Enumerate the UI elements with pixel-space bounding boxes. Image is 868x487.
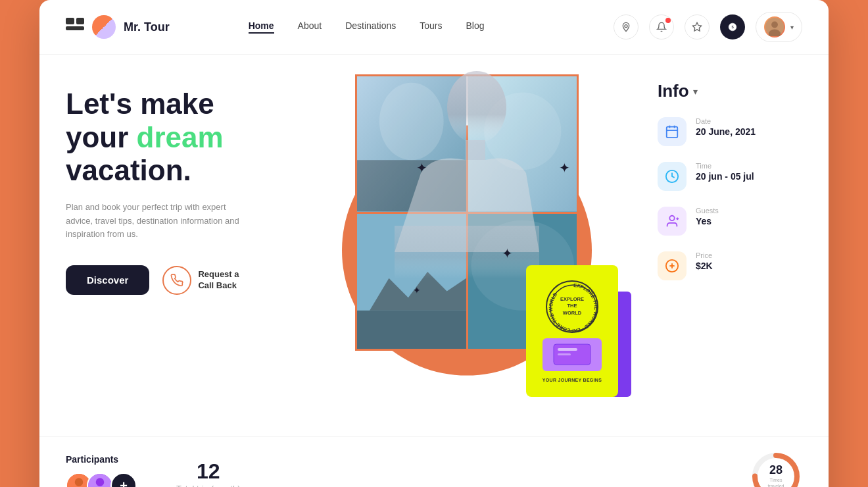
svg-rect-24 xyxy=(667,127,678,138)
notifications-button[interactable] xyxy=(649,14,674,39)
price-label: Price xyxy=(696,251,713,259)
date-label: Date xyxy=(696,117,756,125)
bottom-stats: Participants + xyxy=(39,436,829,487)
participants-label: Participants xyxy=(66,454,137,465)
time-icon xyxy=(658,162,687,191)
svg-rect-23 xyxy=(558,353,571,355)
sparkle-icon-2: ✦ xyxy=(416,160,427,176)
grid-icon xyxy=(66,18,84,36)
user-avatar xyxy=(764,16,785,38)
svg-rect-22 xyxy=(558,348,577,351)
date-info: Date 20 June, 2021 xyxy=(696,117,756,137)
info-date-item: Date 20 June, 2021 xyxy=(658,117,802,146)
nav-blog[interactable]: Blog xyxy=(466,20,484,34)
logo-text: Mr. Tour xyxy=(124,20,170,34)
svg-marker-1 xyxy=(692,22,701,31)
coin-button[interactable]: $ xyxy=(720,14,745,39)
browser-window: Mr. Tour Home About Destinations Tours B… xyxy=(39,0,829,487)
info-time-item: Time 20 jun - 05 jul xyxy=(658,162,802,191)
left-panel: Let's make your dream vacation. Plan and… xyxy=(66,74,276,417)
nav-tours[interactable]: Tours xyxy=(420,20,442,34)
price-value: $2K xyxy=(696,261,713,271)
nav-links: Home About Destinations Tours Blog xyxy=(249,20,485,34)
callback-text: Request a Call Back xyxy=(198,269,239,292)
sparkle-icon-3: ✦ xyxy=(502,245,513,261)
guests-value: Yes xyxy=(696,216,719,226)
user-menu[interactable]: ▾ xyxy=(756,12,802,42)
time-value: 20 jun - 05 jul xyxy=(696,171,754,182)
trip-number: 12 xyxy=(176,459,241,484)
participants-section: Participants + xyxy=(66,454,137,487)
navbar: Mr. Tour Home About Destinations Tours B… xyxy=(39,0,829,55)
location-button[interactable] xyxy=(614,14,639,39)
times-traveled-label: Times traveled xyxy=(763,477,789,487)
cta-buttons: Discover Request a Call Back xyxy=(66,265,276,295)
svg-point-5 xyxy=(771,22,778,28)
svg-point-37 xyxy=(96,478,105,486)
explore-bottom-text: YOUR JOURNEY BEGINS xyxy=(542,378,602,382)
info-title: Info xyxy=(658,81,689,101)
date-value: 20 June, 2021 xyxy=(696,126,756,137)
info-chevron-icon[interactable]: ▾ xyxy=(693,86,698,97)
discover-button[interactable]: Discover xyxy=(66,265,149,295)
trip-stat: 12 Total trip (month) xyxy=(176,459,241,487)
date-icon xyxy=(658,117,687,146)
phone-icon xyxy=(162,266,191,295)
hero-description: Plan and book your perfect trip with exp… xyxy=(66,201,250,242)
time-label: Time xyxy=(696,162,754,170)
trip-label: Total trip (month) xyxy=(176,484,241,487)
explore-card: EXPLORE THE WORLD · EXPLORE THE WORLD · … xyxy=(526,265,618,397)
participant-avatar-2 xyxy=(87,473,113,487)
info-price-item: Price $2K xyxy=(658,251,802,280)
chevron-down-icon: ▾ xyxy=(790,24,794,31)
logo-area: Mr. Tour xyxy=(66,15,170,39)
svg-rect-19 xyxy=(395,226,539,278)
callback-button[interactable]: Request a Call Back xyxy=(162,266,239,295)
nav-about[interactable]: About xyxy=(298,20,322,34)
times-traveled-number: 28 xyxy=(763,463,789,477)
price-info: Price $2K xyxy=(696,251,713,271)
price-icon xyxy=(658,251,687,280)
guests-label: Guests xyxy=(696,207,719,215)
participant-avatars: + xyxy=(66,473,137,487)
explore-ticket xyxy=(542,338,602,371)
guests-icon xyxy=(658,207,687,236)
svg-point-29 xyxy=(669,216,674,220)
donut-center: 28 Times traveled xyxy=(763,463,789,487)
sparkle-icon-4: ✦ xyxy=(413,285,421,295)
add-participant-button[interactable]: + xyxy=(110,473,137,487)
explore-circle: EXPLORE THE WORLD · EXPLORE THE WORLD · … xyxy=(546,280,598,333)
guests-info: Guests Yes xyxy=(696,207,719,226)
svg-point-34 xyxy=(75,478,84,486)
info-header: Info ▾ xyxy=(658,81,802,101)
hero-title: Let's make your dream vacation. xyxy=(66,88,276,188)
nav-home[interactable]: Home xyxy=(249,20,274,34)
nav-destinations[interactable]: Destinations xyxy=(345,20,396,34)
time-info: Time 20 jun - 05 jul xyxy=(696,162,754,182)
right-panel: Info ▾ Date 20 June, 2021 xyxy=(658,74,802,417)
nav-right: $ ▾ xyxy=(614,12,802,42)
svg-point-17 xyxy=(447,71,506,143)
main-content: Let's make your dream vacation. Plan and… xyxy=(39,55,829,436)
sparkle-icon-1: ✦ xyxy=(559,160,570,176)
svg-point-0 xyxy=(625,25,627,28)
star-button[interactable] xyxy=(685,14,710,39)
times-traveled-section: 28 Times traveled xyxy=(750,450,802,487)
svg-rect-18 xyxy=(466,140,485,160)
hero-image-area: EXPLORE THE WORLD · EXPLORE THE WORLD · … xyxy=(276,74,658,417)
logo-icon xyxy=(92,15,116,39)
info-guests-item: Guests Yes xyxy=(658,207,802,236)
